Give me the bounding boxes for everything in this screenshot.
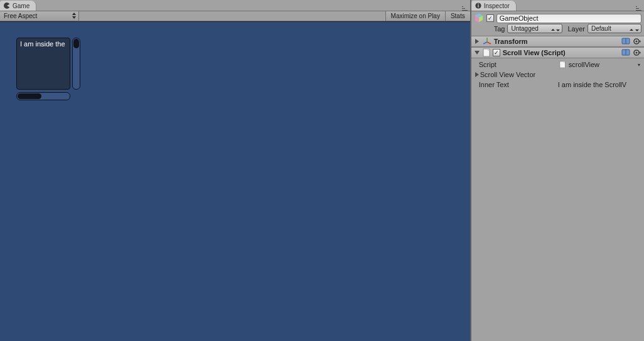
horizontal-scrollbar-thumb[interactable]: [18, 93, 41, 99]
component-transform-title: Transform: [494, 38, 528, 45]
script-icon: [483, 48, 490, 57]
svg-line-4: [487, 42, 491, 44]
tab-game[interactable]: Game: [0, 1, 36, 11]
scroll-view-widget: I am inside the: [16, 38, 82, 100]
chevron-updown-icon: [551, 26, 561, 33]
pacman-icon: [4, 3, 10, 9]
tab-inspector[interactable]: Inspector: [471, 1, 517, 11]
svg-point-14: [636, 52, 638, 54]
chevron-updown-icon: [630, 26, 639, 33]
game-tab-bar: Game: [0, 0, 470, 11]
svg-rect-2: [478, 5, 478, 8]
game-toolbar: Free Aspect Maximize on Play Stats: [0, 11, 470, 21]
foldout-collapsed-icon[interactable]: [474, 72, 480, 77]
panel-menu-icon[interactable]: [636, 5, 641, 11]
tab-inspector-label: Inspector: [484, 3, 510, 9]
stats-button[interactable]: Stats: [445, 11, 470, 21]
tag-value: Untagged: [511, 25, 538, 32]
tag-label: Tag: [474, 25, 505, 33]
stats-label: Stats: [451, 13, 465, 19]
layer-dropdown[interactable]: Default: [588, 24, 641, 33]
object-picker-icon[interactable]: ▾: [638, 62, 641, 68]
component-scrollview-title: Scroll View (Script): [503, 49, 566, 56]
help-book-icon[interactable]: [621, 48, 630, 57]
svg-rect-1: [478, 4, 478, 4]
layer-value: Default: [591, 25, 611, 32]
foldout-collapsed-icon[interactable]: [474, 39, 480, 44]
svg-point-9: [636, 41, 638, 43]
svg-point-13: [634, 50, 639, 55]
svg-rect-10: [483, 49, 490, 56]
script-object-value: scrollView: [569, 61, 599, 68]
innertext-value: I am inside the ScrollV: [558, 81, 626, 88]
gameobject-name-value: GameObject: [500, 14, 539, 22]
svg-rect-6: [622, 38, 630, 44]
scrollview-vector-label: Scroll View Vector: [480, 71, 535, 78]
document-icon: [559, 61, 567, 68]
horizontal-scrollbar[interactable]: [16, 92, 70, 100]
maximize-label: Maximize on Play: [391, 13, 440, 19]
svg-point-0: [475, 3, 481, 8]
game-view: I am inside the: [0, 21, 470, 341]
svg-line-5: [483, 42, 487, 44]
gameobject-enabled-checkbox[interactable]: ✓: [486, 14, 494, 22]
inspector-tab-bar: Inspector: [471, 0, 644, 11]
component-scrollview-header[interactable]: ✓ Scroll View (Script): [471, 47, 644, 58]
gear-icon[interactable]: [633, 37, 641, 46]
gear-icon[interactable]: [633, 48, 641, 57]
innertext-label: Inner Text: [479, 81, 558, 88]
script-field-label: Script: [479, 61, 558, 68]
info-icon: [475, 3, 481, 9]
script-object-field[interactable]: scrollView: [558, 60, 636, 69]
scroll-view-content[interactable]: I am inside the: [16, 38, 70, 90]
panel-menu-icon[interactable]: [462, 5, 468, 11]
svg-rect-11: [622, 50, 630, 55]
transform-axes-icon: [483, 37, 491, 46]
component-enabled-checkbox[interactable]: ✓: [493, 49, 500, 56]
layer-label: Layer: [567, 25, 585, 33]
scroll-text: I am inside the: [20, 40, 65, 48]
aspect-dropdown-label: Free Aspect: [4, 13, 37, 19]
vertical-scrollbar-thumb[interactable]: [73, 39, 79, 48]
aspect-dropdown[interactable]: Free Aspect: [0, 11, 79, 21]
foldout-expanded-icon[interactable]: [474, 50, 480, 55]
gameobject-name-input[interactable]: GameObject: [496, 14, 641, 23]
component-transform-header[interactable]: Transform: [471, 36, 644, 47]
chevron-updown-icon: [72, 13, 76, 19]
maximize-on-play-button[interactable]: Maximize on Play: [385, 11, 445, 21]
svg-rect-15: [560, 61, 566, 68]
vertical-scrollbar[interactable]: [72, 38, 80, 90]
tag-dropdown[interactable]: Untagged: [507, 24, 562, 33]
help-book-icon[interactable]: [621, 37, 630, 46]
svg-point-8: [634, 39, 639, 44]
gameobject-icon: [474, 13, 484, 23]
tab-game-label: Game: [13, 3, 30, 9]
